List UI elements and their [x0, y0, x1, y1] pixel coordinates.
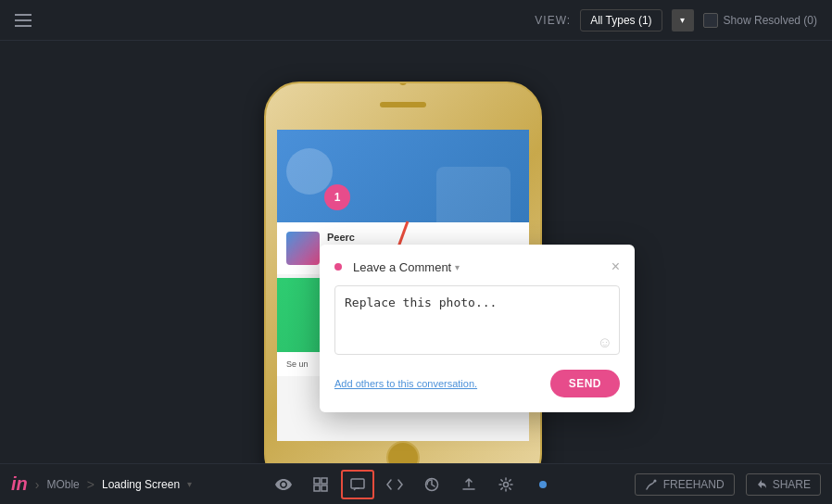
canvas: Peerc Otlitc mameamdula ertdua. Calqer S… [0, 41, 832, 463]
top-bar-left [15, 14, 32, 27]
phone-header-image [277, 130, 529, 222]
emoji-button[interactable]: ☺ [598, 334, 612, 351]
user-name: Peerc [327, 232, 520, 243]
annotation-number: 1 [334, 191, 341, 204]
svg-rect-6 [351, 479, 364, 488]
svg-rect-5 [321, 485, 327, 491]
freehand-button[interactable]: FREEHAND [635, 473, 735, 496]
comment-dropdown-icon[interactable]: ▾ [455, 262, 460, 272]
user-avatar [286, 232, 320, 265]
svg-point-9 [653, 479, 656, 482]
svg-rect-4 [314, 485, 320, 491]
phone-speaker [380, 102, 426, 107]
bottom-right: FREEHAND SHARE [624, 473, 832, 496]
bottom-left: in › MOble > Loading Screen ▾ [0, 473, 203, 495]
breadcrumb-sep2: > [87, 477, 95, 492]
in-logo: in [11, 473, 28, 495]
show-resolved-checkbox[interactable] [703, 13, 718, 28]
send-button[interactable]: SEND [550, 370, 620, 397]
breadcrumb-current-arrow[interactable]: ▾ [187, 479, 192, 489]
breadcrumb-sep1: › [35, 477, 40, 492]
comment-title: Leave a Comment [353, 260, 451, 274]
view-dropdown[interactable]: All Types (1) [580, 9, 662, 32]
comment-close-button[interactable]: × [611, 259, 620, 274]
comment-footer: Add others to this conversation. SEND [334, 370, 620, 397]
view-dropdown-arrow[interactable]: ▾ [672, 9, 694, 32]
share-label: SHARE [773, 478, 811, 491]
history-button[interactable] [415, 470, 448, 499]
upload-button[interactable] [452, 470, 485, 499]
comment-dialog: Leave a Comment ▾ × ☺ Add others to this… [320, 245, 635, 412]
notification-button[interactable] [526, 470, 560, 499]
top-bar: VIEW: All Types (1) ▾ Show Resolved (0) [0, 0, 832, 41]
annotation-bubble[interactable]: 1 [324, 184, 350, 210]
share-button[interactable]: SHARE [746, 473, 821, 496]
show-resolved[interactable]: Show Resolved (0) [703, 13, 817, 28]
textarea-wrapper: ☺ [334, 285, 620, 359]
svg-point-8 [503, 482, 508, 486]
freehand-label: FREEHAND [663, 478, 725, 491]
top-bar-right: VIEW: All Types (1) ▾ Show Resolved (0) [535, 9, 817, 32]
svg-rect-2 [314, 478, 320, 484]
breadcrumb-home[interactable]: MOble [46, 478, 79, 491]
show-resolved-label: Show Resolved (0) [724, 14, 817, 27]
view-option-text: All Types (1) [590, 14, 651, 27]
build-button[interactable] [304, 470, 337, 499]
svg-rect-3 [321, 478, 327, 484]
comment-textarea[interactable] [334, 285, 620, 355]
bottom-bar: in › MOble > Loading Screen ▾ [0, 463, 832, 504]
bottom-center [203, 470, 624, 499]
comment-title-row: Leave a Comment ▾ [334, 260, 460, 274]
menu-button[interactable] [15, 14, 32, 27]
view-label: VIEW: [535, 14, 571, 27]
phone-camera [399, 82, 407, 85]
code-button[interactable] [378, 470, 411, 499]
comment-button[interactable] [341, 470, 374, 499]
comment-dialog-header: Leave a Comment ▾ × [334, 259, 620, 274]
comment-dot [334, 263, 342, 271]
breadcrumb-current[interactable]: Loading Screen [102, 478, 180, 491]
blue-dot [539, 481, 547, 488]
preview-button[interactable] [267, 470, 300, 499]
add-others-link[interactable]: Add others to this conversation. [334, 378, 477, 389]
settings-button[interactable] [489, 470, 523, 499]
